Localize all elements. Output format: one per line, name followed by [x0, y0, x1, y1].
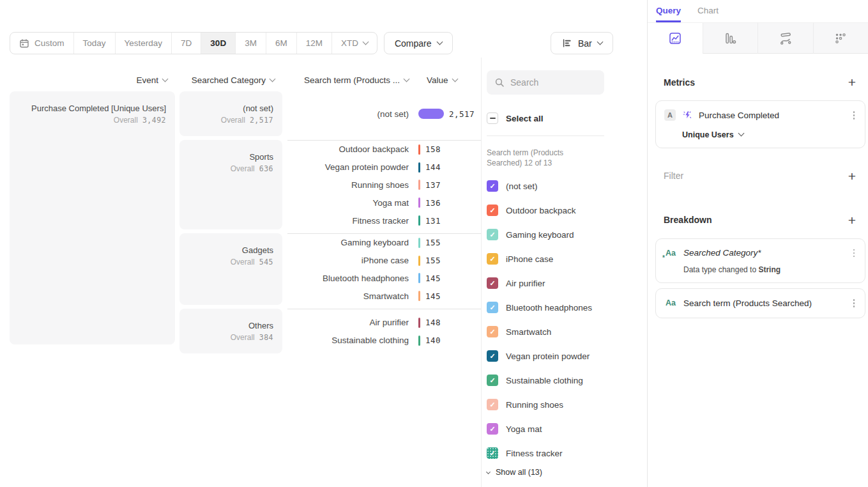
legend-item[interactable]: ✓ Sustainable clothing — [487, 368, 604, 392]
overall-value: 545 — [259, 258, 273, 267]
legend-item[interactable]: ✓ Outdoor backpack — [487, 198, 604, 222]
check-icon: ✓ — [489, 426, 495, 433]
legend-checkbox[interactable]: ✓ — [487, 447, 498, 459]
column-header-search-term[interactable]: Search term (Products ... — [287, 75, 409, 85]
column-header-event[interactable]: Event — [10, 75, 175, 85]
kebab-menu-icon[interactable] — [851, 109, 857, 121]
legend-checkbox[interactable]: ✓ — [487, 375, 498, 386]
table-row[interactable]: Running shoes 137 — [287, 176, 481, 194]
tab-funnels[interactable] — [703, 23, 758, 54]
category-cell[interactable]: Sports Overall636 — [179, 140, 282, 229]
check-icon: ✓ — [489, 183, 495, 190]
value-bar[interactable] — [418, 162, 420, 173]
column-header-searched-category[interactable]: Searched Category — [179, 75, 282, 85]
legend-item[interactable]: ✓ Fitness tracker — [487, 441, 604, 465]
value-bar[interactable] — [418, 256, 420, 266]
table-row[interactable]: Air purifier 148 — [287, 314, 481, 332]
table-row[interactable]: (not set) 2,517 — [287, 105, 481, 123]
category-cell[interactable]: Others Overall384 — [179, 309, 282, 353]
date-range-button[interactable]: XTD — [331, 33, 377, 54]
legend-item[interactable]: ✓ Running shoes — [487, 392, 604, 417]
table-row[interactable]: Yoga mat 136 — [287, 194, 481, 212]
term-label: (not set) — [287, 109, 409, 119]
date-range-button[interactable]: Yesterday — [115, 33, 172, 54]
show-all-label: Show all (13) — [496, 468, 542, 477]
value-bar[interactable] — [418, 180, 420, 190]
value-bar[interactable] — [418, 197, 420, 208]
legend-item[interactable]: ✓ Yoga mat — [487, 417, 604, 441]
metric-card[interactable]: A Purchase Completed Unique Users — [655, 100, 865, 148]
select-all-checkbox[interactable] — [487, 112, 498, 124]
value-bar[interactable] — [418, 109, 444, 119]
check-icon: ✓ — [489, 304, 495, 311]
event-cell[interactable]: Purchase Completed [Unique Users] Overal… — [10, 91, 175, 344]
value-bar[interactable] — [418, 336, 420, 346]
legend-item[interactable]: ✓ Air purifier — [487, 271, 604, 295]
add-metric-button[interactable]: + — [848, 75, 856, 89]
add-breakdown-button[interactable]: + — [848, 213, 856, 227]
table-row[interactable]: iPhone case 155 — [287, 252, 481, 270]
category-cell[interactable]: (not set) Overall2,517 — [179, 91, 282, 136]
add-filter-button[interactable]: + — [848, 169, 856, 183]
legend-item[interactable]: ✓ iPhone case — [487, 247, 604, 271]
table-row[interactable]: Bluetooth headphones 145 — [287, 270, 481, 288]
value-bar[interactable] — [418, 238, 420, 248]
value-bar[interactable] — [418, 215, 420, 226]
tab-flows[interactable] — [758, 23, 813, 54]
date-range-button[interactable]: 12M — [296, 33, 331, 54]
legend-checkbox[interactable]: ✓ — [487, 302, 498, 313]
date-range-button[interactable]: 7D — [171, 33, 201, 54]
date-range-label: 30D — [210, 38, 226, 48]
category-cell[interactable]: Gadgets Overall545 — [179, 233, 282, 305]
table-row[interactable]: Fitness tracker 131 — [287, 212, 481, 229]
date-range-button[interactable]: Custom — [10, 33, 73, 54]
counting-method-select[interactable]: Unique Users — [682, 130, 857, 139]
legend-checkbox[interactable]: ✓ — [487, 253, 498, 265]
date-range-button[interactable]: 30D — [201, 33, 235, 54]
table-row[interactable]: Smartwatch 145 — [287, 287, 481, 305]
sidebar-tab[interactable]: Chart — [697, 0, 719, 22]
table-row[interactable]: Outdoor backpack 158 — [287, 141, 481, 158]
kebab-menu-icon[interactable] — [851, 247, 857, 259]
table-row[interactable]: Vegan protein powder 144 — [287, 158, 481, 176]
table-row[interactable]: Sustainable clothing 140 — [287, 332, 481, 350]
compare-button[interactable]: Compare — [384, 32, 453, 54]
legend-checkbox[interactable]: ✓ — [487, 423, 498, 435]
date-range-button[interactable]: Today — [73, 33, 115, 54]
value-bar[interactable] — [418, 291, 420, 301]
legend-checkbox[interactable]: ✓ — [487, 399, 498, 410]
search-term-column: (not set) 2,517 Outdoor backpack 158 — [287, 91, 481, 353]
value-bar[interactable] — [418, 273, 420, 283]
kebab-menu-icon[interactable] — [851, 297, 857, 309]
legend-checkbox[interactable]: ✓ — [487, 229, 498, 240]
term-label: Sustainable clothing — [287, 336, 409, 345]
tab-retention[interactable] — [813, 23, 868, 54]
legend-item[interactable]: ✓ Smartwatch — [487, 320, 604, 344]
sidebar-tab[interactable]: Query — [656, 0, 681, 22]
breakdown-card[interactable]: Aa * Searched Category* Data type change… — [655, 238, 865, 284]
legend-checkbox[interactable]: ✓ — [487, 326, 498, 337]
select-all-row[interactable]: Select all — [487, 112, 604, 124]
date-range-label: 6M — [275, 38, 287, 48]
breakdown-card[interactable]: Aa Search term (Products Searched) — [655, 288, 865, 318]
legend-item-label: Gaming keyboard — [506, 230, 574, 240]
legend-item[interactable]: ✓ (not set) — [487, 174, 604, 198]
show-all-button[interactable]: Show all (13) — [487, 468, 604, 477]
legend-checkbox[interactable]: ✓ — [487, 350, 498, 362]
column-header-value[interactable]: Value — [427, 75, 457, 85]
legend-item[interactable]: ✓ Gaming keyboard — [487, 222, 604, 247]
legend-checkbox[interactable]: ✓ — [487, 180, 498, 192]
legend-item[interactable]: ✓ Vegan protein powder — [487, 344, 604, 368]
legend-item[interactable]: ✓ Bluetooth headphones — [487, 295, 604, 320]
legend-checkbox[interactable]: ✓ — [487, 205, 498, 216]
divider — [487, 135, 604, 136]
date-range-button[interactable]: 6M — [266, 33, 296, 54]
search-input[interactable] — [510, 77, 597, 88]
date-range-button[interactable]: 3M — [235, 33, 266, 54]
chart-type-select[interactable]: Bar — [551, 32, 613, 54]
legend-checkbox[interactable]: ✓ — [487, 277, 498, 289]
value-bar[interactable] — [418, 144, 420, 155]
table-row[interactable]: Gaming keyboard 155 — [287, 234, 481, 252]
tab-insights[interactable] — [648, 23, 703, 54]
value-bar[interactable] — [418, 318, 420, 328]
